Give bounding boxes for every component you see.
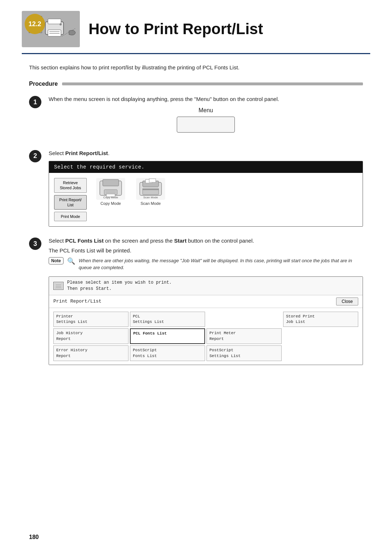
svg-rect-8 (48, 19, 61, 24)
svg-rect-30 (54, 283, 62, 289)
postscript-settings-list-btn[interactable]: PostScriptSettings List (207, 345, 282, 361)
print-meter-report-btn[interactable]: Print MeterReport (207, 328, 282, 344)
svg-rect-16 (103, 179, 119, 186)
chapter-badge: 12.2 (25, 14, 45, 34)
print-panel: Please select an item you wish to print.… (49, 276, 363, 365)
scan-mode-label: Scan Mode (140, 201, 161, 206)
step-1-text: When the menu screen is not displaying a… (49, 95, 363, 104)
copy-mode-item: Copy Mode Copy Mode (96, 178, 125, 206)
printer-settings-list-btn[interactable]: PrinterSettings List (53, 312, 128, 327)
procedure-label: Procedure (29, 81, 58, 87)
retrieve-stored-jobs-btn[interactable]: RetrieveStored Jobs (54, 178, 87, 193)
print-report-list-btn[interactable]: Print Report/List (54, 195, 87, 210)
close-button[interactable]: Close (336, 297, 358, 305)
note-icon: 🔍 (67, 257, 75, 265)
copy-mode-icon: Copy Mode (96, 178, 125, 200)
menu-button-box[interactable] (177, 117, 235, 133)
error-history-report-btn[interactable]: Error HistoryReport (53, 345, 128, 361)
note-box: Note 🔍 When there are other jobs waiting… (49, 257, 363, 271)
service-panel-header: Select the required service. (49, 161, 363, 173)
step-3-number: 3 (29, 238, 41, 250)
note-badge: Note (49, 257, 64, 264)
menu-button-area: Menu (49, 107, 363, 133)
pcl-printed-text: The PCL Fonts List will be printed. (49, 247, 363, 254)
page-header: 12.2 How to Print Report/List (0, 0, 392, 47)
menu-button-label: Menu (199, 107, 213, 114)
step-2: 2 Select Print Report/List. Select the r… (29, 149, 363, 227)
print-panel-title-row: Print Report/List Close (49, 295, 363, 308)
copy-mode-label: Copy Mode (101, 201, 121, 206)
print-panel-grid: PrinterSettings List PCLSettings List St… (49, 308, 363, 365)
step-3-text: Select PCL Fonts List on the screen and … (49, 237, 363, 245)
svg-point-12 (60, 23, 62, 25)
svg-rect-25 (143, 188, 159, 195)
svg-text:Copy Mode: Copy Mode (103, 196, 118, 199)
main-content: This section explains how to print repor… (0, 54, 392, 390)
stored-print-job-list-btn[interactable]: Stored PrintJob List (283, 312, 358, 327)
pcl-fonts-list-btn[interactable]: PCL Fonts List (130, 328, 205, 344)
step-2-content: Select Print Report/List. Select the req… (49, 149, 363, 227)
svg-rect-28 (149, 179, 156, 182)
note-text: When there are other jobs waiting, the m… (79, 257, 363, 271)
svg-rect-10 (49, 31, 60, 32)
print-panel-title: Print Report/List (53, 299, 102, 304)
step-1-content: When the menu screen is not displaying a… (49, 95, 363, 139)
page-number: 180 (29, 534, 39, 540)
empty-cell-3 (283, 345, 358, 361)
job-history-report-btn[interactable]: Job HistoryReport (53, 328, 128, 344)
pcl-settings-list-btn[interactable]: PCLSettings List (130, 312, 205, 327)
procedure-header: Procedure (29, 81, 363, 87)
print-mode-btn[interactable]: Print Mode (54, 212, 87, 221)
svg-text:Scan Mode: Scan Mode (143, 196, 158, 199)
service-panel: Select the required service. RetrieveSto… (49, 161, 363, 227)
empty-cell-2 (283, 328, 358, 344)
step-3-content: Select PCL Fonts List on the screen and … (49, 237, 363, 365)
print-panel-notice: Please select an item you wish to print.… (67, 280, 172, 292)
service-icons-area: Copy Mode Copy Mode (96, 178, 165, 206)
empty-cell-1 (207, 312, 282, 327)
intro-text: This section explains how to print repor… (29, 64, 363, 70)
scan-mode-item: Scan Mode Scan Mode (136, 178, 165, 206)
step-1: 1 When the menu screen is not displaying… (29, 95, 363, 139)
scan-mode-icon: Scan Mode (136, 178, 165, 200)
step-2-text: Select Print Report/List. (49, 149, 363, 158)
page-title: How to Print Report/List (89, 21, 263, 37)
step-2-number: 2 (29, 150, 41, 162)
svg-rect-11 (49, 33, 60, 34)
print-panel-icon (53, 282, 64, 290)
step-3: 3 Select PCL Fonts List on the screen an… (29, 237, 363, 365)
service-left-buttons: RetrieveStored Jobs Print Report/List Pr… (54, 178, 87, 221)
step-1-number: 1 (29, 96, 41, 108)
service-panel-body: RetrieveStored Jobs Print Report/List Pr… (49, 173, 363, 226)
postscript-fonts-list-btn[interactable]: PostScriptFonts List (130, 345, 205, 361)
print-panel-top: Please select an item you wish to print.… (49, 277, 363, 295)
procedure-divider (62, 82, 363, 85)
